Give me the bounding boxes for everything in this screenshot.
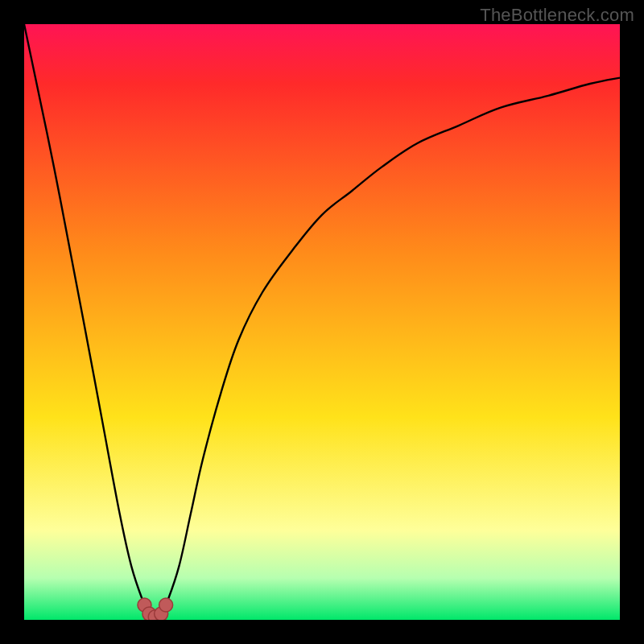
bottleneck-curve	[24, 24, 620, 620]
watermark-text: TheBottleneck.com	[480, 5, 634, 26]
chart-frame: TheBottleneck.com	[0, 0, 644, 644]
curve-marker	[159, 598, 173, 612]
plot-area	[24, 24, 620, 620]
